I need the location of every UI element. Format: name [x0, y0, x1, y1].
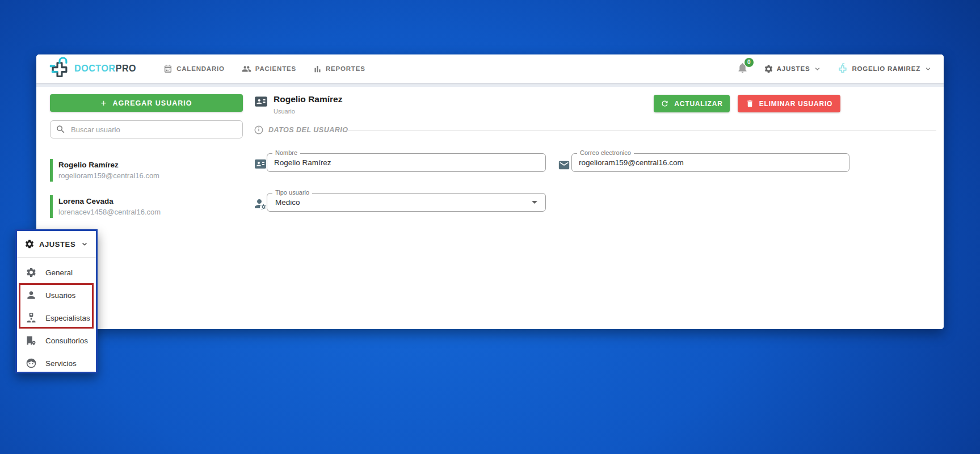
app-window: DOCTORPRO CALENDARIO PACIENTES REPORTES	[36, 54, 944, 329]
name-field-label: Nombre	[272, 149, 300, 156]
plus-icon: +	[101, 98, 107, 108]
ajustes-dropdown-title: AJUSTES	[39, 240, 75, 249]
medical-cross-logo-icon	[49, 57, 70, 81]
gear-icon	[24, 239, 35, 249]
doctor-icon	[26, 312, 37, 323]
ajustes-dropdown-menu: AJUSTES General Usuarios Especialistas C…	[15, 229, 98, 373]
mini-cross-logo-icon	[837, 63, 848, 74]
notification-count-badge: 0	[745, 58, 754, 67]
user-type-value: Medico	[275, 198, 300, 207]
detail-title: Rogelio Ramírez	[274, 94, 342, 104]
main-navigation: CALENDARIO PACIENTES REPORTES	[163, 64, 365, 74]
ajustes-menu-trigger[interactable]: AJUSTES	[764, 64, 822, 74]
email-field: Correo electronico	[571, 153, 849, 172]
user-search	[50, 120, 243, 138]
notifications-button[interactable]: 0	[737, 62, 748, 76]
menu-item-label: Especialistas	[45, 314, 90, 322]
chevron-down-icon	[80, 239, 89, 249]
email-field-label: Correo electronico	[577, 149, 634, 156]
menu-item-label: Consultorios	[45, 337, 88, 345]
calendar-icon	[163, 64, 173, 73]
menu-item-usuarios[interactable]: Usuarios	[17, 284, 96, 306]
gear-icon	[764, 64, 773, 74]
add-user-button[interactable]: + AGREGAR USUARIO	[50, 94, 243, 112]
update-button[interactable]: ACTUALIZAR	[654, 95, 730, 112]
add-user-button-label: AGREGAR USUARIO	[112, 99, 192, 107]
nav-item-reportes[interactable]: REPORTES	[313, 65, 365, 73]
refresh-icon	[661, 99, 669, 108]
name-input[interactable]	[267, 154, 545, 171]
chevron-down-icon	[924, 65, 932, 73]
menu-item-label: General	[45, 268, 73, 277]
user-item-email: lorenacev1458@central16.com	[58, 207, 243, 217]
user-type-label: Tipo usuario	[272, 189, 312, 196]
info-icon	[254, 125, 264, 135]
patients-people-icon	[242, 64, 251, 74]
manage-accounts-icon	[254, 197, 267, 211]
menu-item-label: Usuarios	[45, 291, 75, 300]
delete-button-label: ELIMINAR USUARIO	[759, 100, 832, 108]
user-item-name: Rogelio Ramírez	[58, 159, 243, 170]
section-divider	[346, 130, 936, 131]
ajustes-label: AJUSTES	[777, 65, 810, 72]
trash-icon	[746, 99, 754, 108]
menu-item-servicios[interactable]: Servicios	[17, 352, 96, 375]
brand-text: DOCTORPRO	[74, 64, 136, 74]
section-title: DATOS DEL USUARIO	[268, 126, 348, 134]
user-item-name: Lorena Cevada	[58, 196, 243, 207]
detail-subtitle: Usuario	[274, 108, 295, 115]
dropdown-caret-icon	[532, 201, 537, 204]
top-navigation-bar: DOCTORPRO CALENDARIO PACIENTES REPORTES	[36, 54, 944, 83]
bar-chart-icon	[313, 65, 322, 73]
person-icon	[26, 289, 37, 301]
search-icon	[56, 124, 66, 134]
menu-item-consultorios[interactable]: Consultorios	[17, 329, 96, 352]
update-button-label: ACTUALIZAR	[674, 100, 722, 108]
desktop-background: DOCTORPRO CALENDARIO PACIENTES REPORTES	[0, 0, 980, 454]
user-menu-trigger[interactable]: ROGELIO RAMIREZ	[837, 63, 932, 74]
user-type-select[interactable]: Tipo usuario Medico	[267, 193, 546, 212]
nav-item-calendario[interactable]: CALENDARIO	[163, 64, 225, 73]
chevron-down-icon	[813, 65, 822, 73]
menu-item-label: Servicios	[45, 359, 77, 368]
user-list-item-rogelio[interactable]: Rogelio Ramírez rogelioram159@central16.…	[50, 159, 243, 182]
menu-item-general[interactable]: General	[17, 261, 96, 284]
email-input[interactable]	[572, 154, 849, 171]
delete-user-button[interactable]: ELIMINAR USUARIO	[738, 95, 840, 112]
menu-item-especialistas[interactable]: Especialistas	[17, 306, 96, 329]
ajustes-menu-list: General Usuarios Especialistas Consultor…	[17, 258, 96, 375]
contact-card-icon	[254, 157, 267, 171]
nav-item-pacientes[interactable]: PACIENTES	[242, 64, 296, 74]
envelope-icon	[558, 159, 570, 171]
user-list-item-lorena[interactable]: Lorena Cevada lorenacev1458@central16.co…	[50, 195, 243, 218]
brand-pro: PRO	[116, 64, 136, 73]
doctorpro-logo[interactable]: DOCTORPRO	[49, 57, 136, 81]
topbar-right-group: 0 AJUSTES ROGELIO RAMIREZ	[737, 62, 932, 76]
main-content: + AGREGAR USUARIO Rogelio Ramírez rogeli…	[36, 87, 944, 329]
search-input[interactable]	[50, 120, 243, 138]
gear-icon	[26, 267, 37, 278]
user-name-label: ROGELIO RAMIREZ	[852, 65, 920, 72]
face-icon	[26, 358, 37, 369]
nav-label: REPORTES	[326, 65, 365, 72]
user-item-email: rogelioram159@central16.com	[58, 170, 243, 181]
ajustes-dropdown-header[interactable]: AJUSTES	[17, 231, 96, 257]
nav-label: PACIENTES	[255, 65, 296, 72]
clinic-building-icon	[26, 335, 37, 346]
brand-doctor: DOCTOR	[74, 64, 116, 73]
nav-label: CALENDARIO	[176, 65, 225, 72]
contact-card-icon	[254, 94, 268, 109]
name-field: Nombre	[267, 153, 546, 172]
